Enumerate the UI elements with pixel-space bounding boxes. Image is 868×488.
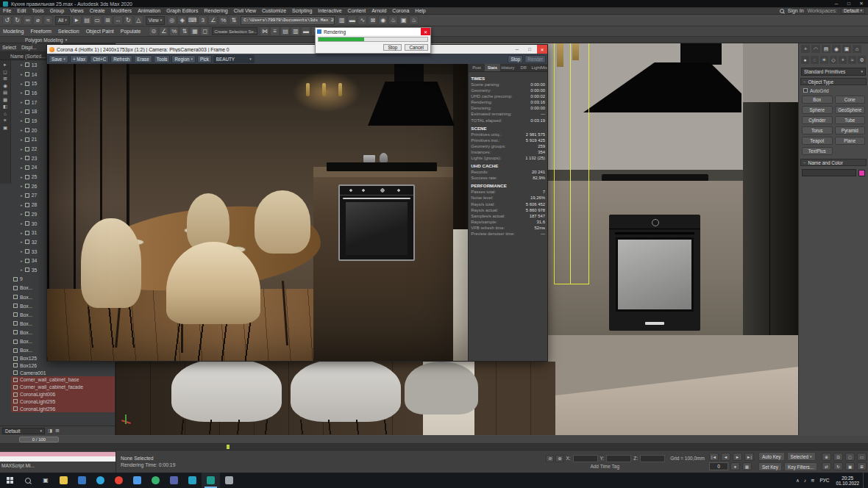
rendered-frame-icon[interactable]: ▣ — [399, 15, 408, 25]
explorer-tool-icon-10[interactable]: ▣ — [3, 126, 7, 131]
layer-explorer-icon[interactable]: ▥ — [337, 15, 346, 25]
channel-dropdown[interactable]: BEAUTY ▾ — [213, 55, 255, 63]
ribbon-tab[interactable]: Modeling — [3, 29, 24, 34]
expand-arrow-icon[interactable]: ▸ — [21, 259, 23, 263]
ribbon-icon[interactable]: ▬ — [301, 26, 310, 36]
key-filters-button[interactable]: Key Filters... — [784, 462, 817, 471]
taskbar-app-button[interactable] — [128, 473, 146, 488]
time-configuration-icon[interactable]: ▦ — [742, 462, 752, 470]
corona-render-image[interactable] — [47, 64, 468, 361]
menu-item[interactable]: Corona — [389, 8, 412, 13]
language-indicator[interactable]: РУС — [817, 478, 832, 483]
material-editor-icon[interactable]: ◉ — [378, 15, 388, 25]
menu-item[interactable]: Views — [67, 8, 87, 13]
taskbar-app-button[interactable] — [91, 473, 110, 488]
corona-panel-tab[interactable]: History — [500, 64, 516, 71]
primitive-button[interactable]: GeoSphere — [835, 106, 866, 114]
expand-arrow-icon[interactable]: ▸ — [21, 100, 23, 104]
sign-in-button[interactable]: Sign In — [788, 8, 804, 13]
task-view-button[interactable]: ▣ — [37, 473, 54, 488]
taskbar-app-button[interactable] — [220, 473, 238, 488]
menu-item[interactable]: Content — [345, 8, 369, 13]
current-frame-field[interactable]: 0 — [709, 462, 728, 470]
unlink-icon[interactable]: ⌀ — [33, 15, 43, 25]
curve-editor-icon[interactable]: ∿ — [357, 15, 367, 25]
select-scale-icon[interactable]: △ — [134, 15, 143, 25]
hierarchy-tab-icon[interactable]: ▤ — [822, 45, 830, 53]
explorer-tool-icon-8[interactable]: ⌂ — [4, 112, 7, 117]
align-icon[interactable]: ≡ — [270, 26, 280, 36]
y-coordinate-field[interactable] — [606, 455, 631, 462]
time-slider-handle[interactable]: 0 / 100 — [19, 437, 59, 442]
select-by-name-icon[interactable]: ▤ — [82, 15, 92, 25]
expand-arrow-icon[interactable]: ▸ — [21, 249, 23, 254]
geometry-icon[interactable]: ● — [801, 56, 809, 64]
taskbar-app-button[interactable] — [202, 473, 220, 488]
auto-key-button[interactable]: Auto Key — [758, 452, 785, 461]
explorer-tool-icon-6[interactable]: ▦ — [3, 98, 7, 103]
explorer-tool-icon-2[interactable]: ◻ — [3, 70, 7, 75]
stop-render-button[interactable]: Stop — [508, 55, 523, 63]
corona-close-button[interactable]: ✕ — [537, 45, 547, 54]
tools-button[interactable]: Tools ▾ — [154, 55, 171, 63]
explorer-tool-icon-3[interactable]: ⊞ — [3, 76, 7, 82]
expand-arrow-icon[interactable]: ▸ — [21, 110, 23, 114]
object-name-field[interactable] — [802, 169, 856, 176]
menu-item[interactable]: Group — [47, 8, 67, 13]
notification-center-button[interactable] — [863, 473, 868, 488]
minimize-button[interactable]: ─ — [833, 1, 840, 7]
explorer-menu-item[interactable]: Select — [2, 45, 16, 50]
schematic-view-icon[interactable]: ⊠ — [368, 15, 377, 25]
snap-toggle-icon[interactable]: 3 — [198, 15, 207, 25]
taskbar-app-button[interactable] — [183, 473, 202, 488]
space-warps-icon[interactable]: ≈ — [848, 56, 856, 64]
object-color-swatch[interactable] — [858, 170, 865, 176]
close-button[interactable]: ✕ — [858, 1, 865, 7]
zoom-extents-icon[interactable]: ◻ — [845, 453, 855, 461]
ribbon-toggle-icon[interactable]: ▬ — [347, 15, 357, 25]
selection-filter-dropdown[interactable]: All ▾ — [55, 16, 70, 25]
select-object-icon[interactable]: ► — [72, 15, 82, 25]
workspaces-dropdown[interactable]: Default ▾ — [841, 8, 865, 14]
set-key-button[interactable]: Set Key — [758, 462, 782, 471]
menu-item[interactable]: Edit — [14, 8, 29, 13]
reference-coordinate-dropdown[interactable]: View ▾ — [146, 16, 166, 25]
ribbon-tab[interactable]: Object Paint — [86, 29, 114, 34]
selection-filter-button[interactable]: Selected ▾ — [787, 452, 816, 461]
primitive-button[interactable]: Cylinder — [802, 116, 833, 124]
orbit-icon[interactable]: ↻ — [833, 462, 843, 470]
menu-item[interactable]: Interactive — [315, 8, 344, 13]
taskbar-app-button[interactable] — [165, 473, 183, 488]
dialog-stop-button[interactable]: Stop — [383, 44, 402, 51]
zoom-all-icon[interactable]: ⊡ — [833, 453, 843, 461]
region-button[interactable]: Region ▾ — [171, 55, 195, 63]
render-production-icon[interactable]: ♨ — [409, 15, 419, 25]
explorer-tool-icon-4[interactable]: ◉ — [3, 84, 7, 89]
object-type-rollout[interactable]: − Object Type — [800, 78, 867, 85]
zoom-icon[interactable]: ⊕ — [822, 453, 831, 461]
primitive-button[interactable]: TextPlus — [802, 147, 833, 155]
select-link-icon[interactable]: ∞ — [23, 15, 32, 25]
primitive-button[interactable]: Plane — [835, 137, 866, 145]
expand-arrow-icon[interactable]: ▸ — [21, 90, 23, 95]
autogrid-checkbox[interactable] — [803, 88, 808, 93]
menu-item[interactable]: Modifiers — [108, 8, 135, 13]
primitive-button[interactable]: Tube — [835, 116, 866, 124]
motion-tab-icon[interactable]: ◉ — [832, 45, 841, 53]
menu-item[interactable]: Customize — [259, 8, 289, 13]
menu-item[interactable]: Create — [87, 8, 108, 13]
ribbon-tab[interactable]: Selection — [58, 29, 79, 34]
angle-snap-icon[interactable]: ∠ — [208, 15, 218, 25]
spinner-snap-icon[interactable]: ⇅ — [229, 15, 238, 25]
shapes-icon[interactable]: ◌ — [811, 56, 819, 64]
menu-item[interactable]: Scripting — [289, 8, 315, 13]
search-icon[interactable] — [780, 9, 784, 13]
helpers-icon[interactable]: + — [839, 56, 847, 64]
named-selection-set-field[interactable]: Create Selection Se... — [212, 27, 257, 35]
go-to-start-icon[interactable]: |◄ — [709, 453, 719, 461]
clock[interactable]: 20:25 01.10.2022 — [832, 476, 863, 486]
expand-arrow-icon[interactable]: ▸ — [21, 128, 23, 132]
expand-arrow-icon[interactable]: ▸ — [21, 231, 23, 235]
primitive-button[interactable]: Torus — [802, 126, 833, 134]
explorer-find-icon[interactable]: ⊞ — [55, 428, 59, 434]
